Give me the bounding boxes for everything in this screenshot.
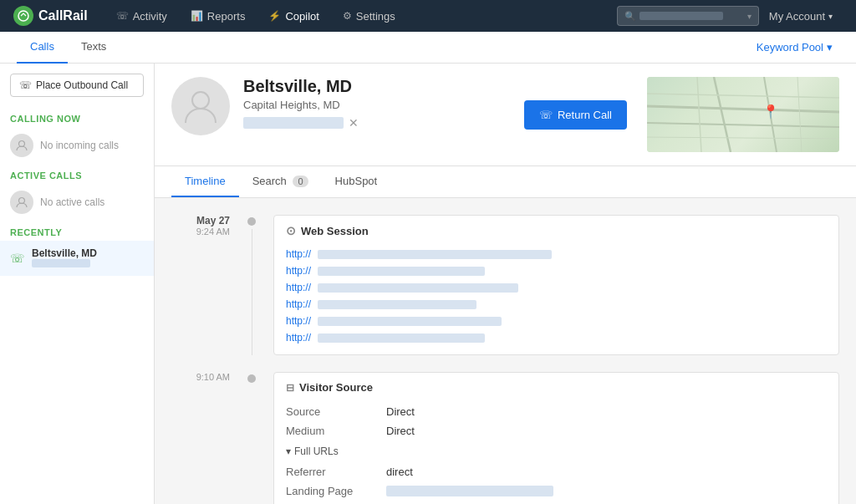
account-chevron-icon: ▾ bbox=[828, 12, 833, 21]
caller-name: Beltsville, MD bbox=[243, 77, 511, 96]
calling-now-title: CALLING NOW bbox=[0, 107, 154, 127]
web-session-urls: http:// http:// http:// http:// bbox=[274, 246, 838, 354]
settings-icon: ⚙ bbox=[343, 10, 352, 22]
recent-phone-icon: ☏ bbox=[10, 252, 25, 265]
svg-point-0 bbox=[18, 11, 28, 21]
timeline-time-col-2: 9:10 AM bbox=[171, 372, 230, 504]
tab-calls[interactable]: Calls bbox=[17, 32, 68, 64]
url-blurred-6 bbox=[318, 333, 485, 343]
url-prefix-1[interactable]: http:// bbox=[286, 248, 311, 260]
caller-avatar bbox=[171, 77, 230, 135]
timeline-date: May 27 bbox=[171, 215, 230, 227]
map-thumbnail: 📍 bbox=[647, 77, 839, 152]
url-blurred-3 bbox=[318, 283, 518, 293]
logo[interactable]: CallRail bbox=[13, 6, 88, 26]
url-prefix-4[interactable]: http:// bbox=[286, 298, 311, 310]
content-area: Beltsville, MD Capital Heights, MD ✕ ☏ R… bbox=[155, 64, 856, 504]
svg-line-4 bbox=[647, 106, 839, 112]
url-prefix-2[interactable]: http:// bbox=[286, 265, 311, 277]
tab-texts[interactable]: Texts bbox=[68, 32, 120, 64]
svg-line-10 bbox=[697, 77, 701, 152]
url-row-5: http:// bbox=[286, 313, 827, 329]
activity-icon: ☏ bbox=[116, 10, 129, 22]
nav-reports[interactable]: 📊 Reports bbox=[179, 0, 257, 32]
return-call-button[interactable]: ☏ Return Call bbox=[524, 100, 627, 130]
search-bar-placeholder bbox=[639, 12, 723, 20]
visitor-source-body: Source Direct Medium Direct ▾ Full URLs bbox=[274, 402, 838, 504]
nav-activity[interactable]: ☏ Activity bbox=[104, 0, 179, 32]
recent-number-blurred bbox=[32, 259, 90, 267]
visitor-source-header: ⊟ Visitor Source bbox=[274, 373, 838, 402]
source-value: Direct bbox=[386, 405, 415, 418]
full-urls-toggle[interactable]: ▾ Full URLs bbox=[286, 440, 827, 462]
nav-settings[interactable]: ⚙ Settings bbox=[331, 0, 407, 32]
tab-timeline[interactable]: Timeline bbox=[171, 166, 239, 197]
nav-account[interactable]: My Account ▾ bbox=[759, 0, 843, 32]
nav-copilot[interactable]: ⚡ Copilot bbox=[257, 0, 330, 32]
timeline-time-2: 9:10 AM bbox=[171, 372, 230, 382]
phone-outbound-icon: ☏ bbox=[19, 79, 32, 91]
outbound-btn-wrap: ☏ Place Outbound Call bbox=[0, 64, 154, 107]
map-background: 📍 bbox=[647, 77, 839, 152]
url-prefix-3[interactable]: http:// bbox=[286, 282, 311, 293]
url-blurred-5 bbox=[318, 317, 502, 326]
copilot-icon: ⚡ bbox=[268, 10, 281, 22]
timeline-dot-2 bbox=[247, 374, 256, 383]
timeline-content: May 27 9:24 AM ⊙ Web Session http:// bbox=[155, 198, 856, 504]
web-session-card: ⊙ Web Session http:// http:// bbox=[273, 215, 839, 355]
visitor-source-card: ⊟ Visitor Source Source Direct Medium Di… bbox=[273, 372, 839, 504]
svg-point-3 bbox=[192, 92, 209, 109]
url-row-6: http:// bbox=[286, 329, 827, 346]
timeline-line-col-1 bbox=[243, 215, 260, 355]
source-label: Source bbox=[286, 405, 386, 418]
url-prefix-5[interactable]: http:// bbox=[286, 315, 311, 327]
caller-header: Beltsville, MD Capital Heights, MD ✕ ☏ R… bbox=[155, 64, 856, 166]
recent-item-name: Beltsville, MD bbox=[32, 247, 97, 259]
map-pin: 📍 bbox=[762, 104, 779, 120]
url-prefix-6[interactable]: http:// bbox=[286, 332, 311, 344]
url-blurred-1 bbox=[318, 250, 552, 259]
phone-icon: ☏ bbox=[539, 109, 553, 121]
source-row: Source Direct bbox=[286, 402, 827, 421]
medium-row: Medium Direct bbox=[286, 421, 827, 440]
clear-phone-icon[interactable]: ✕ bbox=[349, 116, 359, 130]
landing-page-label: Landing Page bbox=[286, 485, 386, 497]
timeline-tabs: Timeline Search 0 HubSpot bbox=[155, 166, 856, 198]
active-avatar bbox=[10, 191, 33, 214]
visitor-source-icon: ⊟ bbox=[286, 382, 294, 394]
url-row-1: http:// bbox=[286, 246, 827, 262]
main-layout: ☏ Place Outbound Call CALLING NOW No inc… bbox=[0, 64, 856, 504]
web-session-header: ⊙ Web Session bbox=[274, 216, 838, 246]
timeline-entry-visitor-source: 9:10 AM ⊟ Visitor Source Source Direct bbox=[171, 372, 839, 504]
landing-page-row: Landing Page bbox=[286, 481, 827, 501]
keyword-pool-btn[interactable]: Keyword Pool ▾ bbox=[750, 41, 839, 53]
caller-location: Capital Heights, MD bbox=[243, 99, 511, 111]
search-icon: 🔍 bbox=[624, 11, 636, 22]
search-badge: 0 bbox=[293, 176, 308, 187]
url-blurred-4 bbox=[318, 300, 476, 309]
keyword-pool-chevron-icon: ▾ bbox=[827, 41, 833, 53]
recent-call-item[interactable]: ☏ Beltsville, MD bbox=[0, 241, 154, 276]
tab-hubspot[interactable]: HubSpot bbox=[322, 166, 391, 197]
svg-line-6 bbox=[714, 77, 731, 152]
svg-line-8 bbox=[647, 94, 839, 98]
map-roads bbox=[647, 77, 839, 152]
timeline-time-1: 9:24 AM bbox=[171, 227, 230, 237]
nav-search-bar[interactable]: 🔍 ▾ bbox=[617, 6, 759, 26]
svg-line-9 bbox=[647, 137, 839, 139]
tab-search[interactable]: Search 0 bbox=[239, 166, 322, 197]
medium-value: Direct bbox=[386, 425, 415, 437]
active-calls-title: ACTIVE CALLS bbox=[0, 164, 154, 184]
timeline-entry-web-session: May 27 9:24 AM ⊙ Web Session http:// bbox=[171, 215, 839, 355]
caller-phone-row: ✕ bbox=[243, 116, 511, 130]
caller-phone-blurred bbox=[243, 117, 344, 129]
dropdown-icon: ▾ bbox=[747, 12, 752, 21]
no-incoming-calls: No incoming calls bbox=[0, 127, 154, 164]
svg-line-11 bbox=[797, 77, 802, 152]
recent-item-info: Beltsville, MD bbox=[32, 247, 97, 269]
referrer-row: Referrer direct bbox=[286, 462, 827, 481]
place-outbound-button[interactable]: ☏ Place Outbound Call bbox=[10, 74, 144, 97]
sidebar: ☏ Place Outbound Call CALLING NOW No inc… bbox=[0, 64, 155, 504]
no-active-calls: No active calls bbox=[0, 184, 154, 221]
caller-info: Beltsville, MD Capital Heights, MD ✕ bbox=[243, 77, 511, 130]
